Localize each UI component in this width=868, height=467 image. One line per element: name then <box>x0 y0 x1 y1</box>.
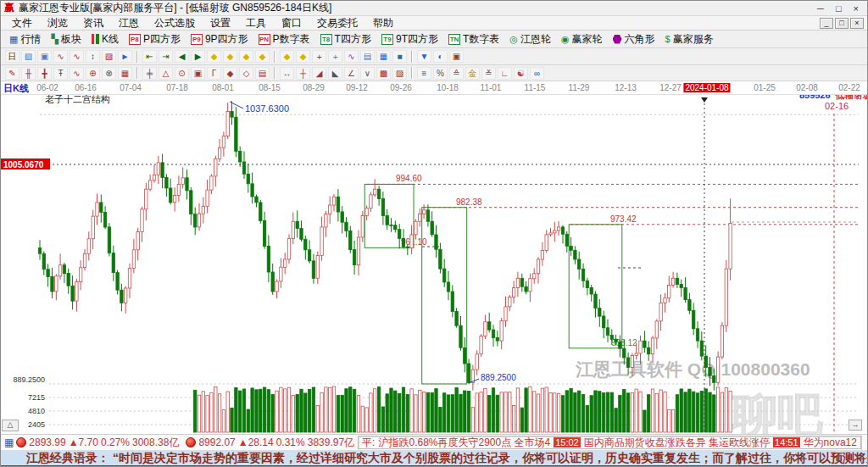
mdi-close-button[interactable]: × <box>850 18 864 29</box>
draw-tool-icon-5[interactable]: ⊕ <box>86 67 100 80</box>
draw-tool-icon-8[interactable]: ╪ <box>142 67 157 80</box>
view-tool-icon-10[interactable]: ◀ <box>175 50 189 63</box>
minimize-button[interactable]: ─ <box>817 3 824 14</box>
view-tool-icon-7[interactable]: ► <box>118 50 132 63</box>
view-tool-icon-26[interactable]: ▣ <box>449 50 464 63</box>
view-tool-icon-25[interactable]: ◐ <box>433 50 448 63</box>
menu-item-7[interactable]: 窗口 <box>274 16 309 31</box>
draw-tool-icon-4[interactable]: ∿ <box>70 67 84 80</box>
view-tool-icon-21[interactable]: ▤ <box>360 50 375 63</box>
mdi-minimize-button[interactable]: _ <box>820 18 833 29</box>
draw-tool-icon-24[interactable]: ≡ <box>417 67 431 80</box>
draw-tool-icon-10[interactable]: ⊙ <box>175 67 189 80</box>
view-tool-icon-1[interactable]: ▧ <box>21 50 36 63</box>
toolbar-9p-square-button[interactable]: P99P四方形 <box>186 32 253 47</box>
view-tool-icon-9[interactable]: ⇥ <box>159 50 173 63</box>
draw-tool-icon-1[interactable]: ╫ <box>21 67 36 80</box>
toolbar-gann-wheel-button[interactable]: ◎江恩轮 <box>504 32 556 47</box>
draw-tool-icon-0[interactable]: ✎ <box>5 67 19 80</box>
draw-tool-icon-26[interactable]: ≙ <box>449 67 464 80</box>
view-tool-icon-16[interactable]: ◆ <box>280 50 294 63</box>
view-tool-icon-8[interactable]: ⇤ <box>142 50 157 63</box>
draw-tool-icon-21[interactable]: ∨ <box>360 67 375 80</box>
menu-item-3[interactable]: 江恩 <box>111 16 147 31</box>
draw-tool-icon-12[interactable]: Γ <box>207 67 221 80</box>
draw-tool-icon-14[interactable]: ◇ <box>239 67 253 80</box>
view-tool-icon-24[interactable]: ▼ <box>417 50 431 63</box>
menu-item-5[interactable]: 设置 <box>203 16 238 31</box>
draw-tool-icon-9[interactable]: △ <box>159 67 173 80</box>
toolbar-p-table-button[interactable]: PNP数字表 <box>253 32 315 47</box>
toolbar-sectors-button[interactable]: ▚板块 <box>46 32 86 47</box>
draw-tool-icon-18[interactable]: ◢ <box>312 67 326 80</box>
toolbar-9t-square-button[interactable]: T99T四方形 <box>376 32 443 47</box>
menu-item-9[interactable]: 帮助 <box>365 16 401 31</box>
date-axis-row[interactable]: 日K线 06-0206-1607-0407-1808-0108-1508-290… <box>1 81 867 95</box>
draw-tool-icon-7[interactable]: ▦ <box>118 67 132 80</box>
news-ticker[interactable]: 平: 沪指跌0.68%再度失守2900点 全市场4 15:02 国内商品期货收盘… <box>358 436 861 449</box>
view-tool-icon-18[interactable]: ＋ <box>312 50 326 63</box>
toolbar-t-table-button[interactable]: TNT数字表 <box>443 32 504 47</box>
view-tool-icon-19[interactable]: ＋ <box>328 50 342 63</box>
view-tool-icon-2[interactable]: ▣ <box>37 50 52 63</box>
toolbar-winner-service-button[interactable]: $赢家服务 <box>660 32 719 47</box>
view-tool-icon-22[interactable]: ▦ <box>376 50 391 63</box>
toolbar-t-square-button[interactable]: T8T四方形 <box>315 32 376 47</box>
kline-chart[interactable]: 江恩工具软件 QQ:100800360聊吧889.250072154810240… <box>1 95 867 434</box>
draw-tool-icon-3[interactable]: Ŧ <box>53 67 68 80</box>
draw-tool-icon-17[interactable]: ┼ <box>296 67 310 80</box>
menu-item-6[interactable]: 工具 <box>238 16 274 31</box>
view-tool-icon-23[interactable]: ■ <box>392 50 407 63</box>
draw-tool-icon-30[interactable]: ☯ <box>514 67 528 80</box>
draw-tool-icon-13[interactable]: ◆ <box>223 67 237 80</box>
volume-bar <box>721 392 723 432</box>
view-tool-icon-0[interactable]: 日▾ <box>5 50 19 63</box>
view-tool-icon-14[interactable]: ◆ <box>239 50 253 63</box>
maximize-button[interactable]: □ <box>836 3 842 14</box>
volume-axis-label: 4810 <box>28 407 45 415</box>
draw-tool-icon-19[interactable]: ◣ <box>328 67 342 80</box>
draw-tool-icon-6[interactable]: ⊗ <box>102 67 116 80</box>
draw-tool-icon-15[interactable]: ▤ <box>255 67 270 80</box>
menu-item-8[interactable]: 交易委托 <box>309 16 365 31</box>
draw-tool-icon-16[interactable]: ↔ <box>280 67 294 80</box>
candlestick-canvas[interactable]: 江恩工具软件 QQ:100800360聊吧889.250072154810240… <box>1 95 868 434</box>
menu-item-1[interactable]: 浏览 <box>40 16 75 31</box>
scroll-left-button[interactable]: △ <box>2 420 19 431</box>
menu-item-0[interactable]: 文件 <box>4 16 40 31</box>
toolbar-winner-wheel-button[interactable]: ◉赢家轮 <box>556 32 608 47</box>
draw-tool-icon-22[interactable]: ▩ <box>376 67 391 80</box>
close-button[interactable]: × <box>854 3 859 14</box>
draw-tool-icon-31[interactable]: ∞ <box>530 67 544 80</box>
draw-tool-icon-27[interactable]: 金 <box>465 67 480 80</box>
toolbar-kline-button[interactable]: K线 <box>86 32 124 47</box>
view-tool-icon-17[interactable]: ◆ <box>296 50 310 63</box>
view-tool-icon-20[interactable]: ∿ <box>344 50 359 63</box>
menu-item-2[interactable]: 资讯 <box>75 16 111 31</box>
quote-grid-icon[interactable]: ▦ <box>4 436 14 448</box>
view-tool-icon-6[interactable]: ▨ <box>102 50 116 63</box>
draw-tool-icon-11[interactable]: ▣ <box>191 67 205 80</box>
volume-axis-label: 7215 <box>28 393 45 402</box>
tool-icons-row-2: ✎╫╋Ŧ∿⊕⊗▦╪△⊙▣Γ◆◇▤↔┼◢◣∠∨▩▨≡%≙金≚∟☯∞ <box>1 65 867 81</box>
menu-item-4[interactable]: 公式选股 <box>147 16 203 31</box>
draw-tool-icon-28[interactable]: ≚ <box>481 67 496 80</box>
draw-tool-icon-20[interactable]: ∠ <box>344 67 359 80</box>
draw-tool-icon-25[interactable]: % <box>433 67 448 80</box>
toolbar-hexagon-button[interactable]: 六角形 <box>608 32 660 47</box>
view-tool-icon-11[interactable]: ▶ <box>191 50 205 63</box>
draw-tool-icon-2[interactable]: ╋ <box>37 67 52 80</box>
view-tool-icon-13[interactable]: ◆ <box>223 50 237 63</box>
scroll-right-button[interactable]: → <box>849 420 862 431</box>
toolbar-quotes-button[interactable]: ▦行情 <box>4 32 46 47</box>
view-tool-icon-15[interactable]: ◆ <box>255 50 270 63</box>
mdi-restore-button[interactable]: □ <box>835 18 849 29</box>
draw-tool-icon-23[interactable]: ▨ <box>392 67 407 80</box>
sectors-icon: ▚ <box>51 34 58 45</box>
draw-tool-icon-29[interactable]: ∟ <box>498 67 512 80</box>
view-tool-icon-12[interactable]: ◆ <box>207 50 221 63</box>
toolbar-p-square-button[interactable]: P8P四方形 <box>124 32 186 47</box>
view-tool-icon-4[interactable]: ∿ <box>70 50 84 63</box>
view-tool-icon-3[interactable]: ∿ <box>53 50 68 63</box>
view-tool-icon-5[interactable]: ↕ <box>86 50 100 63</box>
